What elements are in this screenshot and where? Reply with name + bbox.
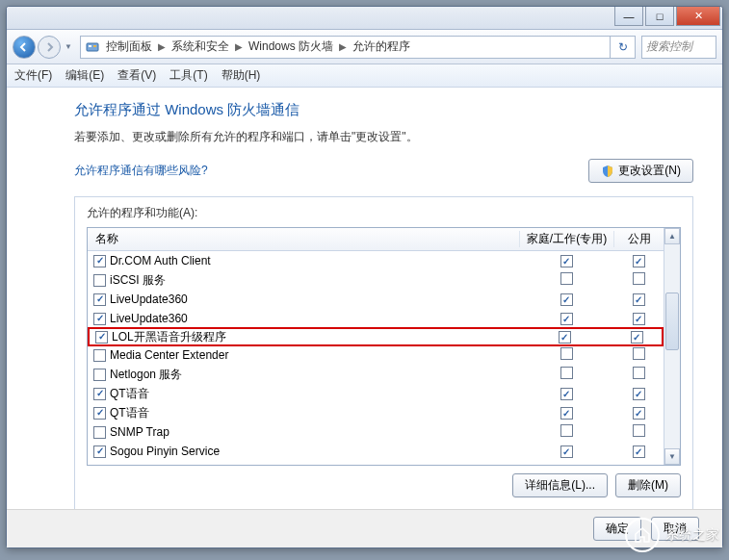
menu-file[interactable]: 文件(F) [14,67,52,84]
row-checkbox[interactable] [93,445,106,458]
row-name: QT语音 [110,405,149,421]
svg-rect-1 [89,45,91,47]
close-button[interactable]: ✕ [676,7,720,26]
row-name: SNMP Trap [110,425,169,439]
scroll-up-button[interactable]: ▲ [664,228,680,244]
scrollbar[interactable]: ▲ ▼ [664,228,680,465]
row-name: LiveUpdate360 [110,312,188,325]
table-row[interactable]: QT语音 [88,403,664,422]
row-checkbox[interactable] [93,369,106,381]
public-checkbox[interactable] [633,367,645,379]
ok-button[interactable]: 确定 [593,517,641,541]
cancel-button[interactable]: 取消 [651,517,699,541]
table-row[interactable]: Sogou Pinyin Service [88,442,664,461]
list-buttons: 详细信息(L)... 删除(M) [87,473,681,497]
back-button[interactable] [13,36,36,59]
scroll-down-button[interactable]: ▼ [664,448,680,465]
table-row[interactable]: LiveUpdate360 [88,309,664,328]
home-checkbox[interactable] [560,255,573,267]
row-checkbox[interactable] [93,274,106,287]
row-checkbox[interactable] [93,388,106,400]
forward-arrow-icon [44,42,54,52]
menubar: 文件(F) 编辑(E) 查看(V) 工具(T) 帮助(H) [7,64,722,88]
home-checkbox[interactable] [560,313,573,325]
public-checkbox[interactable] [633,424,645,437]
home-checkbox[interactable] [560,407,573,420]
refresh-button[interactable]: ↻ [611,36,636,59]
remove-button[interactable]: 删除(M) [615,473,681,497]
crumb-1[interactable]: 系统和安全 [171,38,229,55]
public-checkbox[interactable] [631,331,643,344]
nav-history-dropdown[interactable]: ▼ [63,36,74,59]
chevron-right-icon: ▶ [235,41,243,52]
home-checkbox[interactable] [560,445,573,458]
row-checkbox[interactable] [93,407,106,420]
table-row[interactable]: Media Center Extender [88,345,664,365]
search-input[interactable]: 搜索控制 [641,36,716,59]
table-row[interactable]: Dr.COM Auth Client [88,251,664,270]
public-checkbox[interactable] [633,313,645,325]
table-row[interactable]: Netlogon 服务 [88,365,664,384]
list-inner: 名称 家庭/工作(专用) 公用 Dr.COM Auth ClientiSCSI … [88,228,664,465]
public-checkbox[interactable] [633,347,645,360]
svg-rect-0 [87,43,98,51]
change-settings-button[interactable]: 更改设置(N) [588,159,693,183]
crumb-3[interactable]: 允许的程序 [352,38,410,55]
window: — □ ✕ ▼ 控制面板 ▶ 系统和安全 ▶ Windows 防火墙 ▶ 允许的… [6,6,723,548]
menu-help[interactable]: 帮助(H) [221,67,261,84]
risk-link[interactable]: 允许程序通信有哪些风险? [74,163,208,179]
menu-view[interactable]: 查看(V) [117,67,156,84]
row-name: QT语音 [110,386,149,402]
crumb-0[interactable]: 控制面板 [106,38,152,55]
home-checkbox[interactable] [560,347,573,360]
back-arrow-icon [19,42,29,52]
scroll-track[interactable] [664,244,680,448]
allowed-programs-group: 允许的程序和功能(A): 名称 家庭/工作(专用) 公用 Dr.COM Auth… [74,196,693,510]
control-panel-icon [85,39,100,55]
chevron-right-icon: ▶ [158,41,166,52]
table-row[interactable]: LOL开黑语音升级程序 [88,327,664,346]
table-row[interactable]: LiveUpdate360 [88,290,664,309]
link-line: 允许程序通信有哪些风险? 更改设置(N) [74,159,693,183]
chevron-right-icon: ▶ [339,41,347,52]
public-checkbox[interactable] [633,445,645,458]
home-checkbox[interactable] [560,367,573,379]
row-checkbox[interactable] [93,426,106,439]
menu-edit[interactable]: 编辑(E) [65,67,104,84]
page-subtext: 若要添加、更改或删除所有允许的程序和端口，请单击"更改设置"。 [74,129,693,145]
programs-list: 名称 家庭/工作(专用) 公用 Dr.COM Auth ClientiSCSI … [87,227,681,466]
navbar: ▼ 控制面板 ▶ 系统和安全 ▶ Windows 防火墙 ▶ 允许的程序 ↻ 搜… [7,30,722,64]
minimize-button[interactable]: — [614,7,643,26]
row-checkbox[interactable] [95,331,108,344]
home-checkbox[interactable] [560,424,573,437]
table-row[interactable]: SNMP Trap [88,422,664,442]
public-checkbox[interactable] [633,407,645,420]
table-row[interactable]: iSCSI 服务 [88,270,664,290]
details-button[interactable]: 详细信息(L)... [512,473,608,497]
col-name[interactable]: 名称 [88,231,519,247]
home-checkbox[interactable] [559,331,571,344]
public-checkbox[interactable] [633,272,645,285]
home-checkbox[interactable] [560,388,573,400]
row-checkbox[interactable] [93,293,106,306]
row-checkbox[interactable] [93,313,106,325]
home-checkbox[interactable] [560,272,573,285]
menu-tools[interactable]: 工具(T) [169,67,207,84]
row-name: LOL开黑语音升级程序 [112,329,226,345]
public-checkbox[interactable] [633,255,645,267]
public-checkbox[interactable] [633,293,645,306]
maximize-button[interactable]: □ [645,7,674,26]
table-row[interactable]: QT语音 [88,384,664,403]
public-checkbox[interactable] [633,388,645,400]
row-name: Netlogon 服务 [110,367,182,383]
crumb-2[interactable]: Windows 防火墙 [248,38,333,55]
row-checkbox[interactable] [93,255,106,267]
dialog-bottom: 确定 取消 [7,509,722,547]
home-checkbox[interactable] [560,293,573,306]
forward-button[interactable] [38,36,61,59]
scroll-thumb[interactable] [665,293,679,350]
address-bar[interactable]: 控制面板 ▶ 系统和安全 ▶ Windows 防火墙 ▶ 允许的程序 [80,36,611,59]
col-home[interactable]: 家庭/工作(专用) [519,231,613,247]
col-public[interactable]: 公用 [613,231,664,247]
row-checkbox[interactable] [93,349,106,362]
